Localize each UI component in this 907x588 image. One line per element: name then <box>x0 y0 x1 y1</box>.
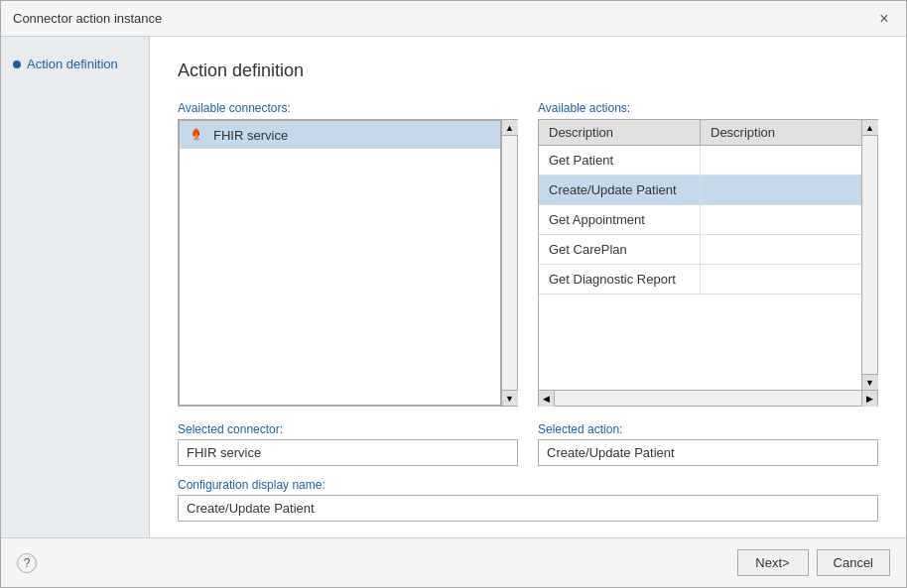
svg-point-0 <box>194 138 199 141</box>
actions-scroll-up[interactable]: ▲ <box>862 120 878 136</box>
selected-connector-input[interactable] <box>178 439 518 466</box>
selected-action-group: Selected action: <box>538 422 878 466</box>
actions-table-header: Description Description <box>539 120 861 146</box>
config-display-name-group: Configuration display name: <box>178 478 878 522</box>
action-col2 <box>701 265 861 294</box>
actions-col2-header: Description <box>701 120 861 145</box>
table-row[interactable]: Create/Update Patient <box>539 176 861 205</box>
sidebar-item-label: Action definition <box>27 57 118 71</box>
config-display-name-input[interactable] <box>178 495 878 522</box>
actions-hscrollbar[interactable]: ◀ ▶ <box>538 391 878 407</box>
actions-table-wrap: Description Description Get Patient <box>538 119 878 391</box>
dialog-body: Action definition Action definition Avai… <box>1 37 906 537</box>
connector-item-fhir[interactable]: FHIR service <box>180 121 500 149</box>
actions-outer: Description Description Get Patient <box>538 119 878 407</box>
actions-vscrollbar[interactable]: ▲ ▼ <box>861 120 877 390</box>
connector-panel: Available connectors: <box>178 101 518 407</box>
sidebar-dot <box>13 60 21 68</box>
next-button[interactable]: Next> <box>737 549 809 576</box>
fhir-icon <box>188 126 205 144</box>
dialog-title: Connector action instance <box>13 11 162 26</box>
section-title: Action definition <box>178 60 878 81</box>
table-row[interactable]: Get Appointment <box>539 205 861 235</box>
actions-hscroll-right[interactable]: ▶ <box>861 391 877 407</box>
sidebar-item-action-definition[interactable]: Action definition <box>13 57 137 71</box>
action-col1: Get Appointment <box>539 205 701 234</box>
title-bar: Connector action instance × <box>1 1 906 37</box>
footer-buttons: Next> Cancel <box>737 549 890 576</box>
close-button[interactable]: × <box>874 9 894 29</box>
action-col1: Create/Update Patient <box>539 176 701 204</box>
table-row[interactable]: Get CarePlan <box>539 235 861 265</box>
actions-panel: Available actions: Description Descripti… <box>538 101 878 407</box>
sidebar: Action definition <box>1 37 150 537</box>
action-col1: Get Diagnostic Report <box>539 265 701 294</box>
config-display-name-label: Configuration display name: <box>178 478 878 492</box>
action-col2 <box>701 235 861 264</box>
connector-list-wrap: FHIR service ▲ ▼ <box>178 119 518 407</box>
bottom-section: Selected connector: Selected action: <box>178 422 878 466</box>
connectors-scroll-up[interactable]: ▲ <box>502 120 518 136</box>
actions-col1-header: Description <box>539 120 701 145</box>
selected-connector-group: Selected connector: <box>178 422 518 466</box>
cancel-button[interactable]: Cancel <box>817 549 890 576</box>
action-col2 <box>701 146 861 175</box>
table-row[interactable]: Get Patient <box>539 146 861 176</box>
action-col2 <box>701 205 861 234</box>
dialog: Connector action instance × Action defin… <box>0 0 907 588</box>
selected-connector-label: Selected connector: <box>178 422 518 436</box>
connectors-vscrollbar[interactable]: ▲ ▼ <box>501 120 517 406</box>
action-col2 <box>701 176 861 204</box>
action-col1: Get CarePlan <box>539 235 701 264</box>
connector-item-label: FHIR service <box>213 128 288 143</box>
selected-action-input[interactable] <box>538 439 878 466</box>
connectors-label: Available connectors: <box>178 101 518 115</box>
actions-label: Available actions: <box>538 101 878 115</box>
action-col1: Get Patient <box>539 146 701 175</box>
footer: ? Next> Cancel <box>1 537 906 587</box>
actions-table-body[interactable]: Get Patient Create/Update Patient Get Ap… <box>539 146 861 390</box>
actions-scroll-down[interactable]: ▼ <box>862 374 878 390</box>
connectors-scroll-down[interactable]: ▼ <box>502 390 518 406</box>
main-content: Action definition Available connectors: <box>150 37 906 537</box>
connectors-actions-row: Available connectors: <box>178 101 878 407</box>
actions-hscroll-left[interactable]: ◀ <box>539 391 555 407</box>
table-row[interactable]: Get Diagnostic Report <box>539 265 861 294</box>
connectors-list[interactable]: FHIR service <box>179 120 501 406</box>
help-button[interactable]: ? <box>17 553 37 573</box>
config-name-section: Configuration display name: <box>178 478 878 522</box>
selected-action-label: Selected action: <box>538 422 878 436</box>
